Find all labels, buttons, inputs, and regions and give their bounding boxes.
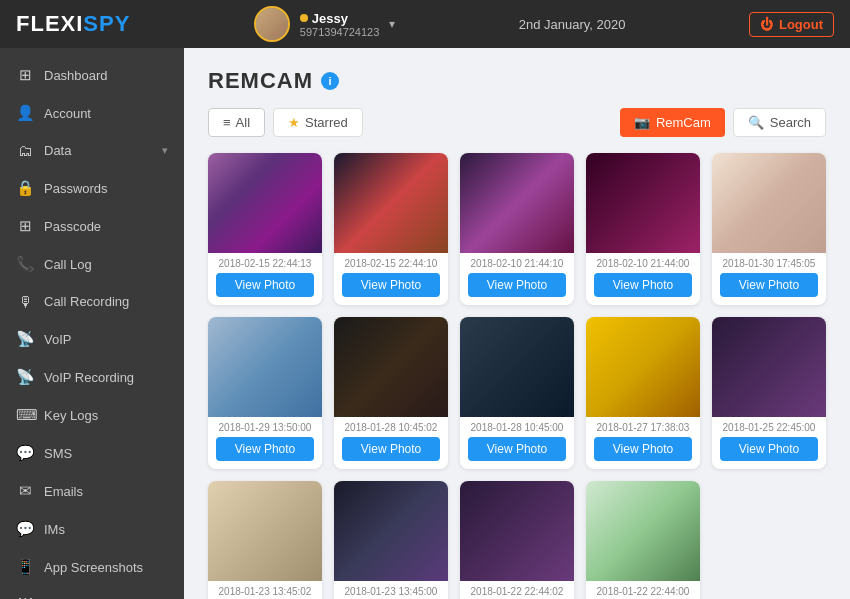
view-photo-button[interactable]: View Photo xyxy=(216,437,314,461)
dashboard-icon: ⊞ xyxy=(16,66,34,84)
photo-thumbnail xyxy=(460,481,574,581)
username: Jessy xyxy=(300,11,380,26)
topbar: FLEXISPY Jessy 5971394724123 ▾ 2nd Janua… xyxy=(0,0,850,48)
photo-card: 2018-01-29 13:50:00View Photo xyxy=(208,317,322,469)
passcode-icon: ⊞ xyxy=(16,217,34,235)
photo-card: 2018-01-23 13:45:00View Photo xyxy=(334,481,448,599)
info-icon[interactable]: i xyxy=(321,72,339,90)
photo-thumbnail xyxy=(460,317,574,417)
photo-thumbnail xyxy=(460,153,574,253)
user-menu[interactable]: Jessy 5971394724123 ▾ xyxy=(254,6,396,42)
avatar xyxy=(254,6,290,42)
search-icon: 🔍 xyxy=(748,115,764,130)
sidebar-item-call-log[interactable]: 📞 Call Log xyxy=(0,245,184,283)
filter-left: ≡ All ★ Starred xyxy=(208,108,363,137)
keyboard-icon: ⌨ xyxy=(16,406,34,424)
photo-grid: 2018-02-15 22:44:13View Photo2018-02-15 … xyxy=(208,153,826,599)
sidebar-item-key-logs[interactable]: ⌨ Key Logs xyxy=(0,396,184,434)
main-content: REMCAM i ≡ All ★ Starred 📷 RemCam xyxy=(184,48,850,599)
photo-thumbnail xyxy=(586,481,700,581)
photo-card: 2018-01-22 22:44:00View Photo xyxy=(586,481,700,599)
photo-thumbnail xyxy=(712,317,826,417)
user-info: Jessy 5971394724123 xyxy=(300,11,380,38)
view-photo-button[interactable]: View Photo xyxy=(720,437,818,461)
chevron-right-icon: ▾ xyxy=(162,144,168,157)
sidebar-item-call-recording[interactable]: 🎙 Call Recording xyxy=(0,283,184,320)
sidebar-item-emails[interactable]: ✉ Emails xyxy=(0,472,184,510)
photo-timestamp: 2018-02-10 21:44:00 xyxy=(586,253,700,273)
logout-button[interactable]: ⏻ Logout xyxy=(749,12,834,37)
search-button[interactable]: 🔍 Search xyxy=(733,108,826,137)
view-photo-button[interactable]: View Photo xyxy=(594,273,692,297)
photo-thumbnail xyxy=(586,317,700,417)
photo-thumbnail xyxy=(208,153,322,253)
date-display: 2nd January, 2020 xyxy=(519,17,626,32)
view-photo-button[interactable]: View Photo xyxy=(216,273,314,297)
photo-timestamp: 2018-01-23 13:45:00 xyxy=(334,581,448,599)
photo-thumbnail xyxy=(208,317,322,417)
mic-icon: 🎙 xyxy=(16,293,34,310)
sidebar-item-account[interactable]: 👤 Account xyxy=(0,94,184,132)
photo-card: 2018-01-25 22:45:00View Photo xyxy=(712,317,826,469)
photo-timestamp: 2018-01-29 13:50:00 xyxy=(208,417,322,437)
filter-all-button[interactable]: ≡ All xyxy=(208,108,265,137)
online-dot xyxy=(300,14,308,22)
logo: FLEXISPY xyxy=(16,11,130,37)
photo-thumbnail xyxy=(586,153,700,253)
email-icon: ✉ xyxy=(16,482,34,500)
sidebar-item-sms[interactable]: 💬 SMS xyxy=(0,434,184,472)
remcam-button[interactable]: 📷 RemCam xyxy=(620,108,725,137)
im-icon: 💬 xyxy=(16,520,34,538)
photo-timestamp: 2018-01-22 22:44:00 xyxy=(586,581,700,599)
photo-thumbnail xyxy=(334,481,448,581)
photo-card: 2018-01-27 17:38:03View Photo xyxy=(586,317,700,469)
star-icon: ★ xyxy=(288,115,300,130)
photo-timestamp: 2018-01-23 13:45:02 xyxy=(208,581,322,599)
view-photo-button[interactable]: View Photo xyxy=(342,437,440,461)
filter-right: 📷 RemCam 🔍 Search xyxy=(620,108,826,137)
sidebar-item-voip[interactable]: 📡 VoIP xyxy=(0,320,184,358)
voip-rec-icon: 📡 xyxy=(16,368,34,386)
photo-thumbnail xyxy=(712,153,826,253)
sidebar-item-mms[interactable]: 🖼 MMS xyxy=(0,586,184,599)
photo-timestamp: 2018-01-28 10:45:02 xyxy=(334,417,448,437)
photo-card: 2018-02-10 21:44:10View Photo xyxy=(460,153,574,305)
view-photo-button[interactable]: View Photo xyxy=(468,273,566,297)
sidebar-item-ims[interactable]: 💬 IMs xyxy=(0,510,184,548)
view-photo-button[interactable]: View Photo xyxy=(342,273,440,297)
sidebar-item-dashboard[interactable]: ⊞ Dashboard xyxy=(0,56,184,94)
view-photo-button[interactable]: View Photo xyxy=(720,273,818,297)
page-title: REMCAM xyxy=(208,68,313,94)
sidebar-item-app-screenshots[interactable]: 📱 App Screenshots xyxy=(0,548,184,586)
photo-card: 2018-01-28 10:45:02View Photo xyxy=(334,317,448,469)
photo-thumbnail xyxy=(208,481,322,581)
phone-icon: 📞 xyxy=(16,255,34,273)
sidebar-item-voip-recording[interactable]: 📡 VoIP Recording xyxy=(0,358,184,396)
chevron-down-icon: ▾ xyxy=(389,17,395,31)
user-phone: 5971394724123 xyxy=(300,26,380,38)
account-icon: 👤 xyxy=(16,104,34,122)
photo-thumbnail xyxy=(334,317,448,417)
sidebar-item-passwords[interactable]: 🔒 Passwords xyxy=(0,169,184,207)
sidebar-item-data[interactable]: 🗂 Data ▾ xyxy=(0,132,184,169)
view-photo-button[interactable]: View Photo xyxy=(468,437,566,461)
photo-timestamp: 2018-02-15 22:44:13 xyxy=(208,253,322,273)
photo-card: 2018-01-28 10:45:00View Photo xyxy=(460,317,574,469)
voip-icon: 📡 xyxy=(16,330,34,348)
photo-timestamp: 2018-02-10 21:44:10 xyxy=(460,253,574,273)
photo-timestamp: 2018-01-22 22:44:02 xyxy=(460,581,574,599)
data-icon: 🗂 xyxy=(16,142,34,159)
photo-timestamp: 2018-01-28 10:45:00 xyxy=(460,417,574,437)
list-icon: ≡ xyxy=(223,115,231,130)
photo-card: 2018-02-15 22:44:10View Photo xyxy=(334,153,448,305)
power-icon: ⏻ xyxy=(760,17,773,32)
photo-card: 2018-02-10 21:44:00View Photo xyxy=(586,153,700,305)
sms-icon: 💬 xyxy=(16,444,34,462)
sidebar: ⊞ Dashboard 👤 Account 🗂 Data ▾ 🔒 Passwor… xyxy=(0,48,184,599)
photo-timestamp: 2018-01-27 17:38:03 xyxy=(586,417,700,437)
sidebar-item-passcode[interactable]: ⊞ Passcode xyxy=(0,207,184,245)
photo-card: 2018-02-15 22:44:13View Photo xyxy=(208,153,322,305)
filter-row: ≡ All ★ Starred 📷 RemCam 🔍 Search xyxy=(208,108,826,137)
filter-starred-button[interactable]: ★ Starred xyxy=(273,108,363,137)
view-photo-button[interactable]: View Photo xyxy=(594,437,692,461)
